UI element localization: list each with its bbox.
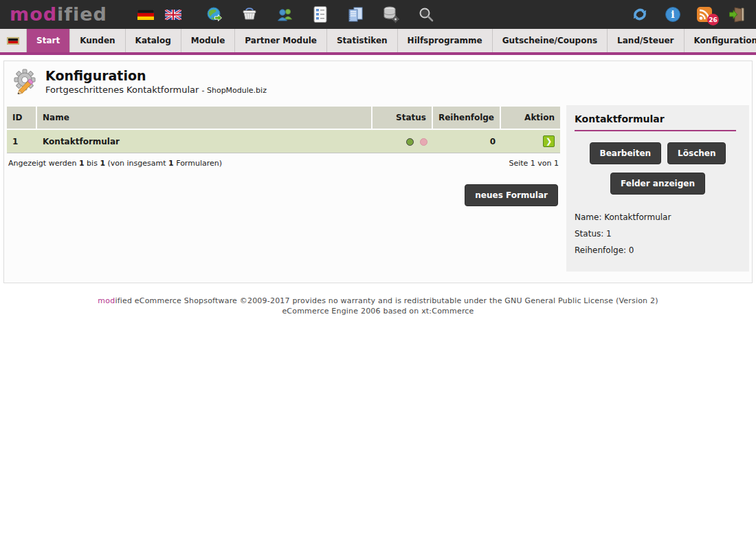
rss-icon[interactable]: 26	[697, 7, 712, 22]
nav-item-konfiguration[interactable]: Konfiguration	[685, 29, 756, 52]
uk-flag-icon[interactable]	[165, 10, 181, 20]
main-nav: Start Kunden Katalog Module Partner Modu…	[0, 29, 756, 55]
detail-name: Name: Kontaktformular	[575, 212, 741, 222]
logo-prefix: mod	[10, 3, 57, 25]
col-header-id: ID	[7, 107, 37, 129]
nav-item-module[interactable]: Module	[181, 29, 236, 52]
col-header-status: Status	[373, 107, 433, 129]
edit-button[interactable]: Bearbeiten	[590, 142, 662, 164]
pagination-summary: Angezeigt werden 1 bis 1 (von insgesamt …	[8, 159, 222, 168]
sidebar-details: Name: Kontaktformular Status: 1 Reihenfo…	[575, 212, 741, 255]
database-gear-icon[interactable]	[382, 6, 400, 23]
info-icon[interactable]: i	[665, 7, 680, 22]
page-subtitle-suffix: - ShopModule.biz	[201, 86, 266, 95]
page-title-block: Konfiguration Fortgeschrittenes Kontaktf…	[45, 68, 267, 95]
topbar: modified	[0, 0, 756, 29]
detail-sidebar: Kontaktformular Bearbeiten Löschen Felde…	[566, 105, 749, 272]
german-flag-icon[interactable]	[137, 10, 154, 20]
nav-item-start[interactable]: Start	[27, 29, 70, 52]
pagination-bar: Angezeigt werden 1 bis 1 (von insgesamt …	[7, 155, 560, 168]
nav-item-partner-module[interactable]: Partner Module	[235, 29, 327, 52]
content-book-icon[interactable]	[346, 6, 364, 23]
logo-suffix: ified	[57, 3, 107, 25]
nav-item-statistiken[interactable]: Statistiken	[327, 29, 398, 52]
row-detail-arrow-button[interactable]: ❯	[543, 135, 555, 147]
status-inactive-icon[interactable]	[420, 138, 427, 146]
cell-reihenfolge: 0	[433, 130, 501, 153]
page-header: Konfiguration Fortgeschrittenes Kontaktf…	[4, 61, 752, 102]
page-subtitle-text: Fortgeschrittenes Kontaktformular	[45, 85, 199, 95]
detail-reihenfolge: Reihenfolge: 0	[575, 245, 741, 255]
nav-item-gutscheine-coupons[interactable]: Gutscheine/Coupons	[493, 29, 608, 52]
footer-line2: eCommerce Engine 2006 based on xt:Commer…	[0, 306, 756, 316]
nav-item-land-steuer[interactable]: Land/Steuer	[608, 29, 684, 52]
table-row[interactable]: 1 Kontaktformular 0 ❯	[7, 130, 560, 153]
nav-item-kunden[interactable]: Kunden	[70, 29, 125, 52]
new-form-button[interactable]: neues Formular	[465, 184, 558, 206]
footer: modified eCommerce Shopsoftware ©2009-20…	[0, 296, 756, 316]
customers-icon[interactable]	[276, 6, 294, 23]
page-subtitle: Fortgeschrittenes Kontaktformular - Shop…	[45, 85, 267, 95]
cell-id: 1	[7, 130, 37, 153]
search-icon[interactable]	[418, 6, 434, 23]
delete-button[interactable]: Löschen	[667, 142, 726, 164]
col-header-aktion: Aktion	[501, 107, 560, 129]
topbar-right-icons: i 26	[631, 6, 746, 23]
footer-line1: modified eCommerce Shopsoftware ©2009-20…	[0, 296, 756, 306]
refresh-icon[interactable]	[631, 6, 649, 23]
detail-status: Status: 1	[575, 229, 741, 239]
language-switcher	[137, 10, 181, 20]
toolbar-icons	[206, 6, 434, 23]
globe-icon[interactable]	[206, 6, 223, 23]
status-active-icon[interactable]	[406, 138, 414, 146]
nav-item-hilfsprogramme[interactable]: Hilfsprogramme	[398, 29, 493, 52]
content-panel: Konfiguration Fortgeschrittenes Kontaktf…	[3, 60, 753, 283]
logout-door-icon[interactable]	[729, 6, 746, 23]
nav-language-flag-icon[interactable]	[0, 29, 27, 52]
basket-icon[interactable]	[241, 6, 258, 23]
pagination-page-info: Seite 1 von 1	[509, 159, 559, 168]
app-logo: modified	[10, 0, 107, 29]
sidebar-title-rule	[575, 130, 736, 131]
sidebar-title: Kontaktformular	[575, 113, 741, 124]
nav-item-katalog[interactable]: Katalog	[126, 29, 181, 52]
orders-list-icon[interactable]	[312, 6, 329, 23]
cell-name: Kontaktformular	[37, 130, 373, 153]
gear-pencil-icon	[12, 68, 38, 97]
col-header-name: Name	[37, 107, 373, 129]
table-header-row: ID Name Status Reihenfolge Aktion	[7, 107, 560, 129]
col-header-reihenfolge: Reihenfolge	[433, 107, 501, 129]
forms-table-area: ID Name Status Reihenfolge Aktion 1 Kont…	[7, 105, 560, 206]
page-title: Konfiguration	[45, 68, 267, 83]
cell-aktion: ❯	[501, 130, 560, 153]
cell-status	[373, 130, 433, 153]
show-fields-button[interactable]: Felder anzeigen	[610, 173, 705, 195]
rss-badge: 26	[707, 14, 719, 25]
forms-table: ID Name Status Reihenfolge Aktion 1 Kont…	[7, 105, 560, 155]
